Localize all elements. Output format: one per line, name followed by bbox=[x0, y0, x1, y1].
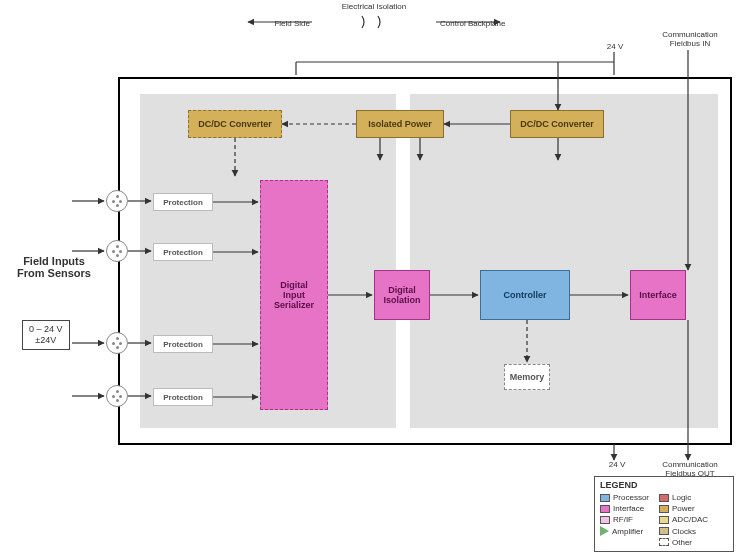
legend-label: RF/IF bbox=[613, 514, 633, 525]
legend-item: ADC/DAC bbox=[659, 514, 708, 525]
legend-label: Processor bbox=[613, 492, 649, 503]
legend-label: Logic bbox=[672, 492, 691, 503]
control-side-panel bbox=[410, 94, 718, 428]
voltage-range-box: 0 – 24 V ±24V bbox=[22, 320, 70, 350]
dcdc-control-block: DC/DC Converter bbox=[510, 110, 604, 138]
legend-item: Amplifier bbox=[600, 526, 649, 537]
legend-title: LEGEND bbox=[600, 480, 728, 490]
isolated-power-block: Isolated Power bbox=[356, 110, 444, 138]
legend-swatch bbox=[600, 494, 610, 502]
legend-item: Clocks bbox=[659, 526, 708, 537]
connector-icon bbox=[106, 385, 128, 407]
digital-isolation-block: Digital Isolation bbox=[374, 270, 430, 320]
field-side-label: Field Side bbox=[250, 19, 310, 28]
controller-block: Controller bbox=[480, 270, 570, 320]
legend-swatch bbox=[600, 505, 610, 513]
legend-item: RF/IF bbox=[600, 514, 649, 525]
legend-label: Clocks bbox=[672, 526, 696, 537]
protection-block: Protection bbox=[153, 388, 213, 406]
legend-swatch bbox=[659, 527, 669, 535]
interface-block: Interface bbox=[630, 270, 686, 320]
protection-block: Protection bbox=[153, 335, 213, 353]
v24-bottom-label: 24 V bbox=[602, 460, 632, 469]
connector-icon bbox=[106, 332, 128, 354]
legend: LEGEND ProcessorInterfaceRF/IFAmplifier … bbox=[594, 476, 734, 552]
legend-label: Amplifier bbox=[612, 526, 643, 537]
serializer-block: Digital Input Serializer bbox=[260, 180, 328, 410]
voltage-range-2: ±24V bbox=[29, 335, 63, 346]
legend-label: Other bbox=[672, 537, 692, 548]
legend-swatch bbox=[600, 526, 609, 536]
legend-swatch bbox=[600, 516, 610, 524]
legend-item: Interface bbox=[600, 503, 649, 514]
legend-item: Logic bbox=[659, 492, 708, 503]
connector-icon bbox=[106, 190, 128, 212]
control-backplane-label: Control Backplane bbox=[440, 19, 540, 28]
legend-item: Power bbox=[659, 503, 708, 514]
legend-swatch bbox=[659, 538, 669, 546]
voltage-range-1: 0 – 24 V bbox=[29, 324, 63, 335]
dcdc-field-block: DC/DC Converter bbox=[188, 110, 282, 138]
protection-block: Protection bbox=[153, 193, 213, 211]
electrical-isolation-label: Electrical Isolation bbox=[0, 2, 748, 11]
comm-in-label: Communication Fieldbus IN bbox=[645, 30, 735, 48]
legend-label: ADC/DAC bbox=[672, 514, 708, 525]
legend-label: Power bbox=[672, 503, 695, 514]
legend-swatch bbox=[659, 516, 669, 524]
legend-item: Processor bbox=[600, 492, 649, 503]
connector-icon bbox=[106, 240, 128, 262]
protection-block: Protection bbox=[153, 243, 213, 261]
legend-swatch bbox=[659, 494, 669, 502]
legend-item: Other bbox=[659, 537, 708, 548]
field-inputs-label: Field Inputs From Sensors bbox=[4, 255, 104, 279]
memory-block: Memory bbox=[504, 364, 550, 390]
legend-swatch bbox=[659, 505, 669, 513]
v24-top-label: 24 V bbox=[600, 42, 630, 51]
legend-label: Interface bbox=[613, 503, 644, 514]
